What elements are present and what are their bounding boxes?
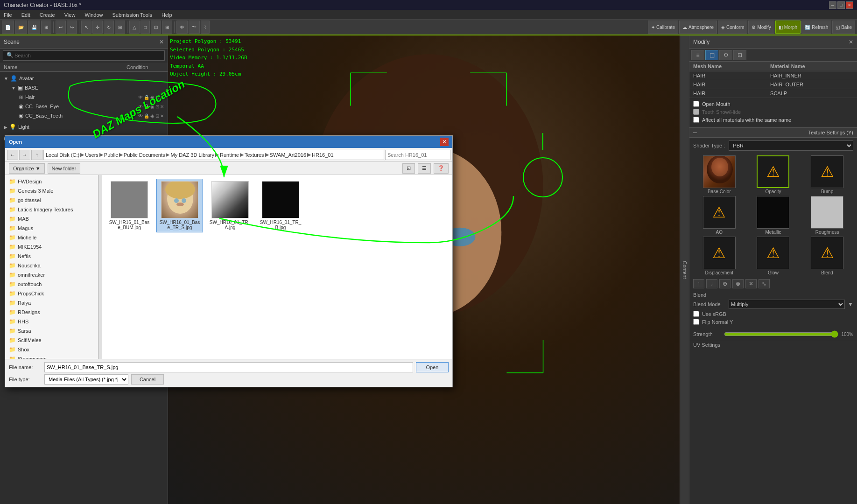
visibility-button[interactable]: 👁 [176, 21, 188, 34]
dialog-title-bar[interactable]: Open ✕ [5, 136, 452, 148]
shader-type-select[interactable]: PBR [729, 140, 853, 151]
teeth-del-btn[interactable]: ✕ [160, 113, 164, 119]
menu-create[interactable]: Create [38, 11, 57, 19]
affect-all-checkbox[interactable] [693, 117, 699, 123]
sidebar-folder-rhs[interactable]: 📁 RHS [5, 317, 98, 326]
morph-button[interactable]: ◧ Morph [775, 21, 801, 34]
glow-thumb[interactable]: ⚠ [757, 237, 789, 269]
flip-normal-checkbox[interactable] [693, 319, 699, 325]
new-button[interactable]: 📄 [2, 21, 14, 34]
sidebar-folder-stonemason[interactable]: 📁 Stonemason [5, 354, 98, 359]
teeth-more-btn[interactable]: ⊡ [155, 113, 159, 119]
dialog-close-button[interactable]: ✕ [440, 138, 449, 146]
bake-button[interactable]: ◱ Bake [832, 21, 855, 34]
import-texture-btn[interactable]: ↓ [706, 279, 717, 288]
menu-submission-tools[interactable]: Submission Tools [111, 11, 154, 19]
sidebar-folder-sarsa[interactable]: 📁 Sarsa [5, 326, 98, 336]
calibrate-button[interactable]: ✦ Calibrate [648, 21, 678, 34]
path-segment-8[interactable]: HR16_01 [312, 152, 333, 158]
file-item-tr-s[interactable]: SW_HR16_01_Base_TR_S.jpg [156, 179, 203, 232]
import-button[interactable]: ⊞ [41, 21, 51, 34]
clear-texture-btn[interactable]: ✕ [745, 279, 757, 288]
tree-item-light[interactable]: ▶ 💡 Light [0, 122, 168, 132]
tree-item-hair[interactable]: ≋ Hair 👁 🔒 ◉ ⊡ ✕ [0, 92, 168, 102]
wave-button[interactable]: ⌇ [201, 21, 210, 34]
tab-extra[interactable]: ⊡ [733, 50, 746, 60]
open-mouth-checkbox[interactable] [693, 101, 699, 107]
view-options-button[interactable]: ⊡ [402, 163, 415, 174]
tree-item-cc-base-teeth[interactable]: ◉ CC_Base_Teeth 👁 🔒 ◉ ⊡ ✕ [0, 111, 168, 120]
save-button[interactable]: 💾 [28, 21, 40, 34]
teeth-lock-btn[interactable]: 🔒 [144, 113, 149, 119]
sidebar-folder-mab[interactable]: 📁 MAB [5, 214, 98, 224]
details-button[interactable]: ☰ [418, 163, 431, 174]
sidebar-folder-outoftouch[interactable]: 📁 outoftouch [5, 280, 98, 289]
organize-button[interactable]: Organize ▼ [9, 163, 45, 174]
eye-del-btn[interactable]: ✕ [160, 104, 164, 109]
tree-item-avatar[interactable]: ▼ 👤 Avatar [0, 74, 168, 83]
hair-render-btn[interactable]: ◉ [150, 95, 155, 100]
menu-edit[interactable]: Edit [20, 11, 32, 19]
use-srgb-checkbox[interactable] [693, 311, 699, 317]
minimize-button[interactable]: ─ [829, 1, 836, 9]
eye-more-btn[interactable]: ⊡ [155, 104, 159, 109]
menu-window[interactable]: Window [83, 11, 105, 19]
select-button[interactable]: ↖ [81, 21, 91, 34]
sidebar-folder-raiya[interactable]: 📁 Raiya [5, 298, 98, 308]
paste-texture-btn[interactable]: ⊗ [732, 279, 744, 288]
sidebar-folder-scifimelee[interactable]: 📁 ScifiMelee [5, 336, 98, 345]
sidebar-folder-goldtassel[interactable]: 📁 goldtassel [5, 196, 98, 205]
view-side[interactable]: □ [140, 21, 150, 34]
view-top[interactable]: ⊡ [151, 21, 161, 34]
path-segment-5[interactable]: Runtime [220, 152, 239, 158]
copy-texture-btn[interactable]: ⊕ [719, 279, 731, 288]
roughness-thumb[interactable] [811, 196, 843, 229]
hair-more-btn[interactable]: ⊡ [155, 95, 159, 100]
bump-thumb[interactable]: ⚠ [811, 155, 843, 188]
curve-button[interactable]: 〜 [189, 21, 200, 34]
teeth-render-btn[interactable]: ◉ [150, 113, 155, 119]
table-row[interactable]: HAIR HAIR_OUTER [689, 80, 857, 89]
sidebar-folder-fwdesign[interactable]: 📁 FWDesign [5, 177, 98, 186]
sidebar-folder-neftis[interactable]: 📁 Neftis [5, 252, 98, 261]
view-front[interactable]: △ [129, 21, 140, 34]
refresh-button[interactable]: 🔄 Refresh [801, 21, 831, 34]
export-texture-btn[interactable]: ↑ [693, 279, 704, 288]
path-segment-0[interactable]: Local Disk (C:) [46, 152, 79, 158]
tab-mesh[interactable]: ≡ [691, 50, 704, 60]
collapse-icon[interactable]: ─ [693, 130, 697, 135]
redo-button[interactable]: ↪ [67, 21, 77, 34]
eye-render-btn[interactable]: ◉ [150, 104, 155, 109]
sidebar-folder-mike1954[interactable]: 📁 MIKE1954 [5, 242, 98, 252]
dialog-up-button[interactable]: ↑ [31, 150, 42, 160]
blend-thumb[interactable]: ⚠ [811, 237, 843, 269]
menu-help[interactable]: Help [160, 11, 174, 19]
view-persp[interactable]: ⊞ [162, 21, 172, 34]
zoom-texture-btn[interactable]: ⤡ [759, 279, 770, 288]
scene-close-icon[interactable]: ✕ [159, 39, 164, 45]
path-segment-2[interactable]: Public [104, 152, 118, 158]
sidebar-folder-magus[interactable]: 📁 Magus [5, 224, 98, 233]
sidebar-folder-omnifreaker[interactable]: 📁 omnifreaker [5, 270, 98, 280]
open-button[interactable]: Open [416, 362, 449, 372]
rotate-button[interactable]: ↻ [104, 21, 114, 34]
hair-del-btn[interactable]: ✕ [160, 95, 164, 100]
filetype-select[interactable]: Media Files (All Types) (*.jpg *j [44, 374, 128, 385]
conform-button[interactable]: ◈ Conform [718, 21, 747, 34]
atmosphere-button[interactable]: ☁ Atmosphere [679, 21, 717, 34]
sidebar-folder-shox[interactable]: 📁 Shox [5, 345, 98, 354]
ao-thumb[interactable]: ⚠ [703, 196, 736, 229]
path-segment-6[interactable]: Textures [245, 152, 264, 158]
table-row[interactable]: HAIR HAIR_INNER [689, 71, 857, 80]
sidebar-folder-genesis3male[interactable]: 📁 Genesis 3 Male [5, 186, 98, 196]
modify-button[interactable]: ⚙ Modify [748, 21, 774, 34]
displacement-thumb[interactable]: ⚠ [703, 237, 736, 269]
blend-mode-select[interactable]: Multiply [729, 300, 845, 309]
content-tab[interactable]: Content [680, 35, 689, 504]
tab-material[interactable]: ◫ [705, 50, 718, 60]
move-button[interactable]: ✛ [92, 21, 103, 34]
preview-button[interactable]: ❓ [434, 163, 449, 174]
close-button[interactable]: ✕ [846, 1, 853, 9]
sidebar-folder-rdesigns[interactable]: 📁 RDesigns [5, 308, 98, 317]
sidebar-folder-nouschka[interactable]: 📁 Nouschka [5, 261, 98, 270]
